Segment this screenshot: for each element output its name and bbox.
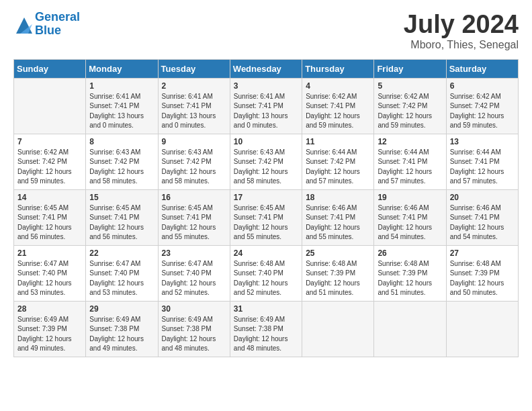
calendar-cell: 1Sunrise: 6:41 AMSunset: 7:41 PMDaylight… — [86, 78, 158, 134]
calendar-cell — [374, 301, 446, 357]
calendar-cell: 4Sunrise: 6:42 AMSunset: 7:41 PMDaylight… — [302, 78, 374, 134]
day-number: 8 — [89, 137, 154, 146]
calendar-week-row: 1Sunrise: 6:41 AMSunset: 7:41 PMDaylight… — [14, 78, 519, 134]
calendar-table: Sunday Monday Tuesday Wednesday Thursday… — [13, 59, 519, 357]
day-number: 16 — [162, 193, 226, 202]
calendar-cell: 30Sunrise: 6:49 AMSunset: 7:38 PMDayligh… — [158, 301, 230, 357]
day-number: 27 — [450, 248, 515, 258]
calendar-cell: 18Sunrise: 6:46 AMSunset: 7:41 PMDayligh… — [302, 189, 374, 245]
calendar-cell: 23Sunrise: 6:47 AMSunset: 7:40 PMDayligh… — [158, 245, 230, 301]
cell-info: Sunrise: 6:41 AMSunset: 7:41 PMDaylight:… — [162, 92, 226, 131]
calendar-cell: 9Sunrise: 6:43 AMSunset: 7:42 PMDaylight… — [158, 134, 230, 189]
calendar-cell: 20Sunrise: 6:46 AMSunset: 7:41 PMDayligh… — [446, 189, 518, 245]
calendar-cell: 3Sunrise: 6:41 AMSunset: 7:41 PMDaylight… — [230, 78, 302, 134]
col-wednesday: Wednesday — [230, 59, 302, 78]
col-saturday: Saturday — [446, 59, 518, 78]
calendar-cell: 25Sunrise: 6:48 AMSunset: 7:39 PMDayligh… — [302, 245, 374, 301]
cell-info: Sunrise: 6:47 AMSunset: 7:40 PMDaylight:… — [162, 259, 226, 298]
calendar-cell: 27Sunrise: 6:48 AMSunset: 7:39 PMDayligh… — [446, 245, 518, 301]
day-number: 10 — [234, 137, 298, 146]
calendar-subtitle: Mboro, Thies, Senegal — [404, 39, 519, 51]
calendar-cell: 15Sunrise: 6:45 AMSunset: 7:41 PMDayligh… — [86, 189, 158, 245]
day-number: 20 — [450, 193, 515, 202]
cell-info: Sunrise: 6:45 AMSunset: 7:41 PMDaylight:… — [234, 203, 298, 242]
calendar-cell: 11Sunrise: 6:44 AMSunset: 7:42 PMDayligh… — [302, 134, 374, 189]
cell-info: Sunrise: 6:49 AMSunset: 7:38 PMDaylight:… — [234, 315, 298, 354]
calendar-cell: 10Sunrise: 6:43 AMSunset: 7:42 PMDayligh… — [230, 134, 302, 189]
calendar-cell — [446, 301, 518, 357]
cell-info: Sunrise: 6:44 AMSunset: 7:41 PMDaylight:… — [378, 148, 442, 187]
cell-info: Sunrise: 6:46 AMSunset: 7:41 PMDaylight:… — [306, 203, 370, 242]
calendar-week-row: 7Sunrise: 6:42 AMSunset: 7:42 PMDaylight… — [14, 134, 519, 189]
cell-info: Sunrise: 6:49 AMSunset: 7:38 PMDaylight:… — [162, 315, 226, 354]
calendar-cell: 31Sunrise: 6:49 AMSunset: 7:38 PMDayligh… — [230, 301, 302, 357]
calendar-cell: 28Sunrise: 6:49 AMSunset: 7:39 PMDayligh… — [14, 301, 86, 357]
day-number: 12 — [378, 137, 442, 146]
calendar-container: GeneralBlue July 2024 Mboro, Thies, Sene… — [0, 0, 532, 371]
day-number: 14 — [17, 193, 82, 202]
calendar-cell: 5Sunrise: 6:42 AMSunset: 7:42 PMDaylight… — [374, 78, 446, 134]
calendar-cell: 16Sunrise: 6:45 AMSunset: 7:41 PMDayligh… — [158, 189, 230, 245]
cell-info: Sunrise: 6:47 AMSunset: 7:40 PMDaylight:… — [89, 259, 154, 298]
calendar-cell: 21Sunrise: 6:47 AMSunset: 7:40 PMDayligh… — [14, 245, 86, 301]
logo-text: GeneralBlue — [35, 11, 80, 38]
cell-info: Sunrise: 6:49 AMSunset: 7:38 PMDaylight:… — [89, 315, 154, 354]
cell-info: Sunrise: 6:46 AMSunset: 7:41 PMDaylight:… — [450, 203, 515, 242]
calendar-cell: 6Sunrise: 6:42 AMSunset: 7:42 PMDaylight… — [446, 78, 518, 134]
day-number: 26 — [378, 248, 442, 258]
calendar-cell: 22Sunrise: 6:47 AMSunset: 7:40 PMDayligh… — [86, 245, 158, 301]
calendar-cell: 12Sunrise: 6:44 AMSunset: 7:41 PMDayligh… — [374, 134, 446, 189]
title-block: July 2024 Mboro, Thies, Senegal — [404, 11, 519, 51]
day-number: 17 — [234, 193, 298, 202]
calendar-cell: 8Sunrise: 6:43 AMSunset: 7:42 PMDaylight… — [86, 134, 158, 189]
cell-info: Sunrise: 6:41 AMSunset: 7:41 PMDaylight:… — [89, 92, 154, 131]
cell-info: Sunrise: 6:41 AMSunset: 7:41 PMDaylight:… — [234, 92, 298, 131]
cell-info: Sunrise: 6:44 AMSunset: 7:41 PMDaylight:… — [450, 148, 515, 187]
day-number: 11 — [306, 137, 370, 146]
day-number: 2 — [162, 81, 226, 91]
col-sunday: Sunday — [14, 59, 86, 78]
day-number: 4 — [306, 81, 370, 91]
day-number: 3 — [234, 81, 298, 91]
day-number: 25 — [306, 248, 370, 258]
cell-info: Sunrise: 6:45 AMSunset: 7:41 PMDaylight:… — [89, 203, 154, 242]
cell-info: Sunrise: 6:42 AMSunset: 7:42 PMDaylight:… — [378, 92, 442, 131]
calendar-week-row: 28Sunrise: 6:49 AMSunset: 7:39 PMDayligh… — [14, 301, 519, 357]
day-number: 5 — [378, 81, 442, 91]
cell-info: Sunrise: 6:44 AMSunset: 7:42 PMDaylight:… — [306, 148, 370, 187]
calendar-cell — [302, 301, 374, 357]
col-tuesday: Tuesday — [158, 59, 230, 78]
cell-info: Sunrise: 6:48 AMSunset: 7:39 PMDaylight:… — [450, 259, 515, 298]
calendar-cell: 7Sunrise: 6:42 AMSunset: 7:42 PMDaylight… — [14, 134, 86, 189]
calendar-week-row: 14Sunrise: 6:45 AMSunset: 7:41 PMDayligh… — [14, 189, 519, 245]
cell-info: Sunrise: 6:42 AMSunset: 7:42 PMDaylight:… — [17, 148, 82, 187]
calendar-cell: 26Sunrise: 6:48 AMSunset: 7:39 PMDayligh… — [374, 245, 446, 301]
day-number: 6 — [450, 81, 515, 91]
calendar-cell: 13Sunrise: 6:44 AMSunset: 7:41 PMDayligh… — [446, 134, 518, 189]
calendar-week-row: 21Sunrise: 6:47 AMSunset: 7:40 PMDayligh… — [14, 245, 519, 301]
day-number: 23 — [162, 248, 226, 258]
day-number: 29 — [89, 304, 154, 314]
day-number: 7 — [17, 137, 82, 146]
day-number: 30 — [162, 304, 226, 314]
calendar-cell: 24Sunrise: 6:48 AMSunset: 7:40 PMDayligh… — [230, 245, 302, 301]
logo-icon — [13, 15, 32, 34]
cell-info: Sunrise: 6:42 AMSunset: 7:41 PMDaylight:… — [306, 92, 370, 131]
col-monday: Monday — [86, 59, 158, 78]
cell-info: Sunrise: 6:48 AMSunset: 7:39 PMDaylight:… — [378, 259, 442, 298]
day-number: 28 — [17, 304, 82, 314]
day-number: 22 — [89, 248, 154, 258]
col-thursday: Thursday — [302, 59, 374, 78]
calendar-cell: 14Sunrise: 6:45 AMSunset: 7:41 PMDayligh… — [14, 189, 86, 245]
day-number: 31 — [234, 304, 298, 314]
cell-info: Sunrise: 6:42 AMSunset: 7:42 PMDaylight:… — [450, 92, 515, 131]
calendar-cell: 29Sunrise: 6:49 AMSunset: 7:38 PMDayligh… — [86, 301, 158, 357]
col-friday: Friday — [374, 59, 446, 78]
cell-info: Sunrise: 6:46 AMSunset: 7:41 PMDaylight:… — [378, 203, 442, 242]
calendar-cell: 17Sunrise: 6:45 AMSunset: 7:41 PMDayligh… — [230, 189, 302, 245]
cell-info: Sunrise: 6:43 AMSunset: 7:42 PMDaylight:… — [234, 148, 298, 187]
day-number: 1 — [89, 81, 154, 91]
header: GeneralBlue July 2024 Mboro, Thies, Sene… — [13, 11, 519, 51]
cell-info: Sunrise: 6:45 AMSunset: 7:41 PMDaylight:… — [17, 203, 82, 242]
day-number: 15 — [89, 193, 154, 202]
